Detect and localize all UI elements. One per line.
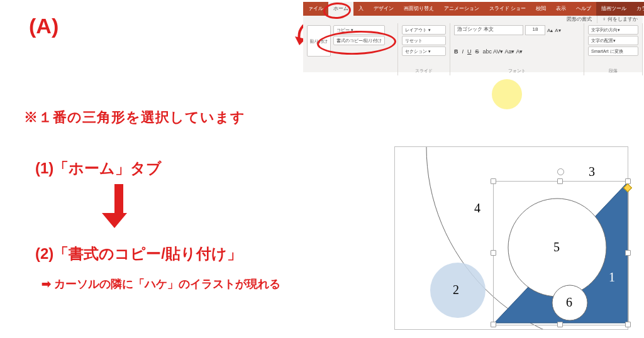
tab-help[interactable]: ヘルプ	[571, 2, 596, 16]
rotate-handle-icon[interactable]	[557, 168, 564, 175]
smartart-button[interactable]: SmartArt に変換	[588, 46, 638, 56]
tab-insert[interactable]: 入	[353, 2, 369, 16]
right-hint: カラー・チャートを使ってイラス	[631, 2, 644, 16]
selection-note: ※１番の三角形を選択しています	[24, 108, 245, 127]
powerpoint-ribbon: ァイル ホーム 入 デザイン 画面切り替え アニメーション スライド ショー 校…	[303, 2, 643, 72]
group-clipboard: 貼り付け コピー ▾ 書式のコピー/貼り付け	[303, 23, 398, 75]
group-font: 游ゴシック 本文 18 A▴ A▾ B I U S abc AV▾ Aa▾ A▾…	[450, 23, 584, 75]
shape-label-3: 3	[589, 165, 595, 179]
handle-nw[interactable]	[491, 178, 496, 184]
section-label: (A)	[29, 14, 58, 38]
slide-canvas: 1 2 3 4 5 6	[394, 146, 628, 330]
handle-w[interactable]	[491, 250, 496, 256]
group-slides-label: スライド	[402, 68, 446, 74]
group-font-label: フォント	[454, 68, 580, 74]
tell-me[interactable]: 何をしますか	[608, 16, 638, 22]
layout-button[interactable]: レイアウト ▾	[402, 25, 446, 35]
section-button[interactable]: セクション ▾	[402, 46, 446, 56]
shape-label-4: 4	[474, 201, 480, 215]
paste-button[interactable]: 貼り付け	[307, 25, 331, 57]
step-2: (2)「書式のコピー/貼り付け」	[35, 244, 242, 264]
shape-label-1: 1	[609, 270, 615, 285]
text-direction-button[interactable]: 文字列の方向▾	[588, 25, 638, 35]
underline-button[interactable]: U	[467, 48, 472, 55]
text-align-button[interactable]: 文字の配置▾	[588, 36, 638, 45]
shape-label-5: 5	[553, 240, 560, 254]
format-painter-button[interactable]: 書式のコピー/貼り付け	[333, 36, 385, 45]
arrow-down-icon	[110, 184, 127, 228]
group-slides: レイアウト ▾ リセット セクション ▾ スライド	[398, 23, 450, 75]
context-title: 描画ツール	[596, 2, 631, 16]
font-other-buttons[interactable]: abc AV▾ Aa▾ A▾	[483, 48, 523, 55]
tab-transitions[interactable]: 画面切り替え	[399, 2, 439, 16]
selection-box[interactable]	[493, 181, 629, 325]
page: (A) ※１番の三角形を選択しています (1)「ホーム」タブ (2)「書式のコピ…	[0, 0, 644, 338]
group-para-label: 段落	[588, 68, 638, 74]
tab-review[interactable]: 校閲	[531, 2, 551, 16]
shape-label-2: 2	[453, 283, 459, 297]
italic-button[interactable]: I	[462, 48, 464, 55]
decorative-yellow-circle	[492, 79, 522, 109]
font-size-inc-icon[interactable]: A▴	[547, 28, 553, 33]
step-2-result: ➡ カーソルの隣に「ハケ」のイラストが現れる	[42, 276, 280, 292]
ribbon-body: 貼り付け コピー ▾ 書式のコピー/貼り付け レイアウト ▾ リセット セクショ…	[303, 23, 643, 72]
tab-shape-format[interactable]: 図形の書式	[562, 16, 597, 23]
handle-se[interactable]	[625, 322, 631, 327]
copy-button[interactable]: コピー ▾	[333, 25, 385, 35]
handle-sw[interactable]	[491, 322, 496, 327]
handle-e[interactable]	[625, 250, 631, 256]
tab-view[interactable]: 表示	[551, 2, 571, 16]
handle-n[interactable]	[557, 178, 563, 184]
tab-file[interactable]: ァイル	[303, 2, 328, 16]
tab-anim[interactable]: アニメーション	[439, 2, 484, 16]
handle-s[interactable]	[557, 322, 563, 327]
step-1: (1)「ホーム」タブ	[35, 158, 162, 178]
tab-design[interactable]: デザイン	[369, 2, 399, 16]
font-name-select[interactable]: 游ゴシック 本文	[454, 25, 523, 35]
font-size-select[interactable]: 18	[525, 25, 545, 35]
font-size-dec-icon[interactable]: A▾	[555, 28, 560, 33]
ribbon-tabstrip: ァイル ホーム 入 デザイン 画面切り替え アニメーション スライド ショー 校…	[303, 2, 643, 16]
shape-label-6: 6	[566, 295, 572, 310]
group-paragraph: 文字列の方向▾ 文字の配置▾ SmartArt に変換 段落	[584, 23, 643, 75]
bold-button[interactable]: B	[454, 48, 458, 55]
strike-button[interactable]: S	[475, 48, 479, 55]
tab-slideshow[interactable]: スライド ショー	[484, 2, 531, 16]
reset-button[interactable]: リセット	[402, 36, 446, 45]
tab-home[interactable]: ホーム	[328, 2, 353, 16]
